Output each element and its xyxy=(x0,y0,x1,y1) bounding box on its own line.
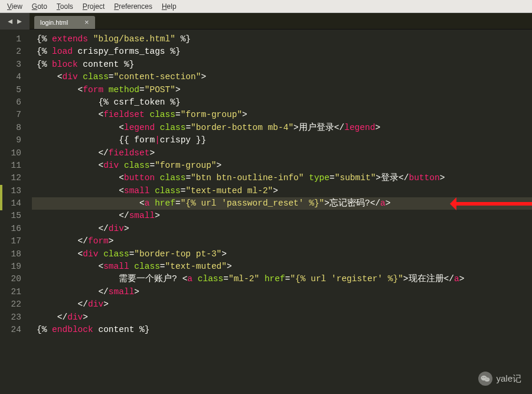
line-number: 10 xyxy=(0,147,32,159)
menu-goto[interactable]: Goto xyxy=(27,1,52,12)
line-number: 1 xyxy=(0,33,32,45)
code-line[interactable]: 需要一个账户? <a class="ml-2" href="{% url 're… xyxy=(32,273,532,285)
menu-view[interactable]: View xyxy=(2,1,27,12)
code-line[interactable]: <small class="text-muted ml-2"> xyxy=(32,185,532,197)
line-number: 9 xyxy=(0,134,32,146)
svg-point-4 xyxy=(486,379,487,379)
line-number: 16 xyxy=(0,223,32,235)
line-number: 19 xyxy=(0,261,32,273)
code-line[interactable]: <legend class="border-bottom mb-4">用户登录<… xyxy=(32,122,532,134)
line-number: 12 xyxy=(0,172,32,184)
code-line[interactable]: </div> xyxy=(32,311,532,324)
menubar: ViewGotoToolsProjectPreferencesHelp xyxy=(0,0,532,13)
line-number: 11 xyxy=(0,159,32,172)
code-line[interactable]: {% csrf_token %} xyxy=(32,96,532,109)
line-number: 18 xyxy=(0,248,32,261)
code-line[interactable]: </form> xyxy=(32,235,532,248)
code-line[interactable]: <fieldset class="form-group"> xyxy=(32,109,532,121)
gutter-modified-mark xyxy=(0,185,2,210)
tab-login-html[interactable]: login.html × xyxy=(34,16,95,29)
line-number: 23 xyxy=(0,311,32,324)
svg-point-5 xyxy=(488,379,488,379)
line-number: 6 xyxy=(0,96,32,109)
line-number: 15 xyxy=(0,210,32,222)
line-number: 24 xyxy=(0,324,32,336)
menu-help[interactable]: Help xyxy=(157,1,181,12)
code-line[interactable]: <button class="btn btn-outline-info" typ… xyxy=(32,172,532,184)
line-number: 20 xyxy=(0,273,32,285)
code-line[interactable]: {{ form|crispy }} xyxy=(32,134,532,146)
line-number: 13 xyxy=(0,185,32,197)
code-line[interactable]: </div> xyxy=(32,298,532,311)
svg-point-3 xyxy=(485,377,486,378)
code-line[interactable]: </small> xyxy=(32,286,532,298)
menu-tools[interactable]: Tools xyxy=(52,1,78,12)
annotation-arrow xyxy=(454,202,532,206)
svg-point-2 xyxy=(482,377,484,378)
watermark: yale记 xyxy=(478,372,521,386)
editor[interactable]: 123456789101112131415161718192021222324 … xyxy=(0,30,532,394)
line-number: 17 xyxy=(0,235,32,248)
code-line[interactable]: <small class="text-muted"> xyxy=(32,261,532,273)
code-line[interactable]: <div class="form-group"> xyxy=(32,159,532,172)
code-line[interactable]: <div class="border-top pt-3"> xyxy=(32,248,532,261)
line-number: 14 xyxy=(0,197,32,210)
close-icon[interactable]: × xyxy=(84,18,89,26)
code-line[interactable]: {% endblock content %} xyxy=(32,324,532,336)
line-number: 2 xyxy=(0,45,32,58)
code-line[interactable]: <a href="{% url 'password_reset' %}">忘记密… xyxy=(32,197,532,210)
code-line[interactable]: {% block content %} xyxy=(32,58,532,71)
nav-buttons: ◀ ▶ xyxy=(0,13,30,30)
menu-preferences[interactable]: Preferences xyxy=(109,1,157,12)
code-line[interactable]: {% load crispy_forms_tags %} xyxy=(32,45,532,58)
wechat-icon xyxy=(478,372,492,386)
watermark-text: yale记 xyxy=(496,373,521,385)
line-number: 4 xyxy=(0,71,32,83)
line-number: 22 xyxy=(0,298,32,311)
menu-project[interactable]: Project xyxy=(78,1,109,12)
svg-point-1 xyxy=(485,377,489,382)
tab-label: login.html xyxy=(40,19,68,26)
code-line[interactable]: </small> xyxy=(32,210,532,222)
gutter: 123456789101112131415161718192021222324 xyxy=(0,30,32,394)
code-line[interactable]: <form method="POST"> xyxy=(32,84,532,96)
nav-forward-icon[interactable]: ▶ xyxy=(17,17,22,26)
line-number: 8 xyxy=(0,122,32,134)
code-area[interactable]: {% extends "blog/base.html" %}{% load cr… xyxy=(32,30,532,394)
tab-strip: ◀ ▶ login.html × xyxy=(0,13,532,30)
line-number: 3 xyxy=(0,58,32,71)
code-line[interactable]: <div class="content-section"> xyxy=(32,71,532,83)
line-number: 7 xyxy=(0,109,32,121)
line-number: 5 xyxy=(0,84,32,96)
code-line[interactable]: </fieldset> xyxy=(32,147,532,159)
nav-back-icon[interactable]: ◀ xyxy=(8,17,12,26)
code-line[interactable]: {% extends "blog/base.html" %} xyxy=(32,33,532,45)
code-line[interactable]: </div> xyxy=(32,223,532,235)
line-number: 21 xyxy=(0,286,32,298)
